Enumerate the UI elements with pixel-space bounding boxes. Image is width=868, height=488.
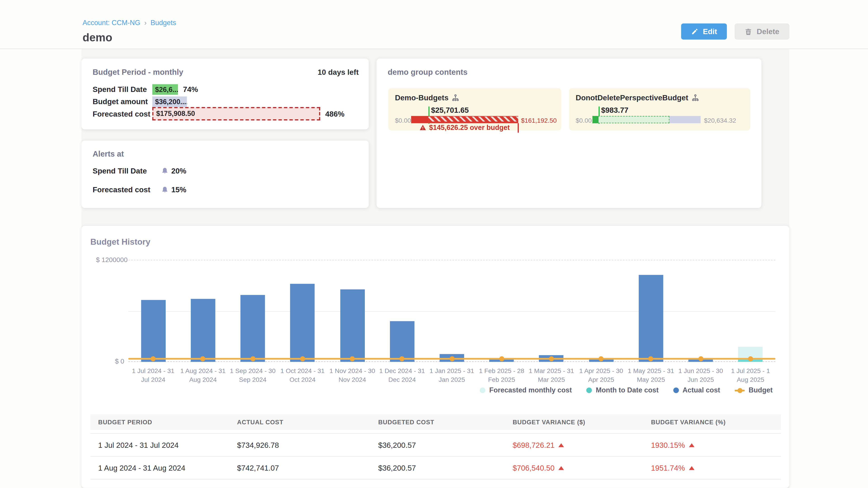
alert-threshold-value: 20%	[171, 166, 186, 175]
variance-up-arrow-icon	[689, 466, 694, 470]
legend-item[interactable]: Forecasted monthly cost	[480, 386, 572, 394]
x-axis-category-label: 1 Jul 2025 - 1Aug 2025	[726, 366, 775, 384]
pencil-icon	[691, 28, 699, 35]
table-row: 1 Aug 2024 - 31 Aug 2024$742,741.07$36,2…	[90, 457, 781, 480]
bar-min-label: $0.00	[395, 117, 411, 124]
table-header-row: BUDGET PERIODACTUAL COSTBUDGETED COSTBUD…	[90, 414, 781, 430]
bar-overbudget-hatch-segment	[428, 116, 518, 123]
budget-period-title: Budget Period - monthly	[93, 68, 183, 76]
table-cell: 1 Jul 2024 - 31 Jul 2024	[90, 441, 237, 449]
variance-value: $698,726.21	[513, 441, 555, 449]
budget-spend-chip: $26,6...	[152, 84, 178, 95]
actual-cost-bar	[191, 299, 215, 362]
trash-icon	[745, 28, 752, 35]
budget-row-percent: 486%	[325, 109, 344, 118]
budget-row-percent: 74%	[183, 86, 198, 94]
actual-cost-bar	[290, 284, 315, 362]
legend-swatch	[673, 387, 679, 393]
x-axis-category-label: 1 Jun 2025 - 30Jun 2025	[676, 366, 725, 384]
budget-history-panel: Budget History $ 1200000 $ 0 1 Jul 2024 …	[81, 226, 789, 488]
chart-legend: Forecasted monthly costMonth to Date cos…	[480, 386, 773, 394]
bar-forecast-zone-segment	[592, 116, 669, 123]
alerts-title: Alerts at	[93, 149, 124, 158]
budget-period-row: Budget amount$36,200....	[93, 96, 362, 107]
breadcrumb-account-link[interactable]: Account: CCM-NG	[83, 19, 140, 27]
x-axis-category-label: 1 Aug 2024 - 31Aug 2024	[178, 366, 227, 384]
budget-marker-dot	[748, 356, 753, 361]
budgets-detail-page: Account: CCM-NG › Budgets demo Edit Dele…	[0, 0, 868, 488]
legend-item[interactable]: Month to Date cost	[586, 386, 659, 394]
alerts-card: Alerts at Spend Till Date20%Forecasted c…	[81, 140, 369, 208]
x-axis-category-label: 1 Apr 2025 - 30Apr 2025	[577, 366, 626, 384]
y-axis-zero-label: $ 0	[115, 357, 124, 365]
actual-cost-bar	[141, 300, 165, 362]
group-contents-title: demo group contents	[388, 68, 467, 76]
budget-period-row-label: Budget amount	[93, 98, 152, 106]
variance-cell: $706,540.50	[513, 464, 651, 472]
legend-item-label: Actual cost	[683, 386, 720, 394]
legend-item[interactable]: Actual cost	[673, 386, 720, 394]
breadcrumb-separator: ›	[144, 18, 147, 27]
alert-row-label: Spend Till Date	[93, 166, 161, 175]
table-header-cell: BUDGET VARIANCE ($)	[513, 419, 651, 425]
table-cell: 1 Aug 2024 - 31 Aug 2024	[90, 464, 237, 472]
budget-period-card: Budget Period - monthly 10 days left Spe…	[81, 59, 369, 129]
bar-min-label: $0.00	[576, 117, 592, 124]
x-axis-category-label: 1 Oct 2024 - 31Oct 2024	[278, 366, 327, 384]
page-title: demo	[83, 31, 112, 44]
table-header-cell: ACTUAL COST	[237, 419, 378, 425]
spend-amount-label: $983.77	[601, 106, 628, 114]
table-row: 1 Jul 2024 - 31 Jul 2024$734,926.78$36,2…	[90, 433, 781, 457]
legend-swatch	[480, 387, 486, 393]
alert-threshold-value: 15%	[171, 186, 186, 194]
bell-icon	[161, 167, 168, 174]
variance-cell: 1930.15%	[651, 441, 781, 449]
legend-swatch	[586, 387, 592, 393]
edit-button-label: Edit	[703, 27, 717, 36]
overbudget-alert-text: $145,626.25 over budget	[429, 124, 510, 132]
group-budget-name: DonotDeletePerspectiveBudget	[576, 94, 699, 102]
delete-button-label: Delete	[757, 27, 779, 36]
alert-row-label: Forecasted cost	[93, 186, 161, 194]
table-body: 1 Jul 2024 - 31 Jul 2024$734,926.78$36,2…	[90, 433, 781, 480]
hierarchy-icon	[452, 94, 459, 101]
breadcrumb: Account: CCM-NG › Budgets	[83, 18, 176, 27]
actual-cost-bar	[241, 295, 265, 362]
table-header-cell: BUDGETED COST	[378, 419, 513, 425]
variance-up-arrow-icon	[559, 466, 564, 470]
budget-period-row-label: Spend Till Date	[93, 86, 152, 94]
delete-button[interactable]: Delete	[735, 24, 789, 40]
variance-value: $706,540.50	[513, 464, 555, 472]
breadcrumb-budgets-link[interactable]: Budgets	[151, 19, 176, 27]
legend-item-label: Forecasted monthly cost	[489, 386, 572, 394]
content-area: Budget Period - monthly 10 days left Spe…	[81, 49, 789, 488]
table-cell: $734,926.78	[237, 441, 378, 449]
x-axis-category-label: 1 Jan 2025 - 31Jan 2025	[427, 366, 476, 384]
edit-button[interactable]: Edit	[681, 24, 727, 40]
group-budget-card: Demo-Budgets$25,701.65$0.00$161,192.50$1…	[388, 88, 561, 131]
y-axis-top-label: $ 1200000	[96, 256, 127, 264]
budget-usage-bar	[592, 116, 701, 123]
warning-icon	[420, 124, 426, 131]
header-actions: Edit Delete	[681, 24, 789, 40]
table-header-cell: BUDGET PERIOD	[90, 419, 237, 425]
bar-spend-segment	[411, 116, 428, 123]
legend-item-label: Month to Date cost	[596, 386, 659, 394]
table-cell: $742,741.07	[237, 464, 378, 472]
alert-row: Spend Till Date20%	[93, 165, 186, 176]
legend-item[interactable]: Budget	[735, 386, 773, 394]
page-header: Account: CCM-NG › Budgets demo Edit Dele…	[0, 0, 868, 49]
x-axis-category-label: 1 Feb 2025 - 28Feb 2025	[477, 366, 526, 384]
x-axis-category-label: 1 May 2025 - 31May 2025	[626, 366, 675, 384]
budget-marker-dot	[250, 356, 255, 361]
budget-marker-dot	[549, 356, 554, 361]
bar-spend-segment	[592, 116, 598, 123]
days-left-label: 10 days left	[318, 68, 359, 76]
group-budget-card: DonotDeletePerspectiveBudget$983.77$0.00…	[569, 88, 750, 131]
gridline-mid	[128, 311, 776, 312]
bell-icon	[161, 186, 168, 193]
x-axis-category-label: 1 Jul 2024 - 31Jul 2024	[129, 366, 178, 384]
actual-cost-bar	[390, 321, 414, 362]
x-axis-category-label: 1 Mar 2025 - 31Mar 2025	[527, 366, 576, 384]
budget-history-table: BUDGET PERIODACTUAL COSTBUDGETED COSTBUD…	[90, 414, 781, 480]
